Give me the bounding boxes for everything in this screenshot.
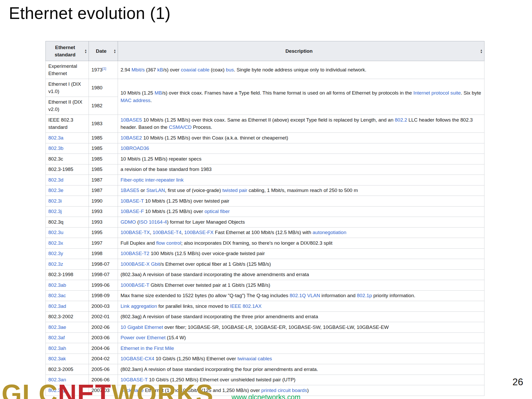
wiki-link[interactable]: 802.3a [48,135,63,141]
wiki-link[interactable]: 802.3y [48,251,63,256]
wiki-link[interactable]: 10BASE2 [121,135,142,141]
wiki-link[interactable]: Gbit [151,261,160,267]
cell-ethernet-standard: 802.3c [46,154,89,164]
wiki-link[interactable]: twinaxial cables [237,356,272,361]
footer-website-link[interactable]: www.glcnetworks.com [231,393,301,399]
wiki-link[interactable]: 802.3ac [48,293,66,298]
wiki-link[interactable]: 802.3ad [48,303,66,309]
wiki-link[interactable]: Ethernet in the First Mile [121,345,174,351]
cell-description: (802.3am) A revision of base standard in… [118,364,484,375]
wiki-link[interactable]: 100BASE-TX [121,230,150,235]
cell-ethernet-standard: 802.3-1985 [46,164,89,175]
reference-marker: [1] [102,66,106,70]
table-body: Experimental Ethernet1973[1]2.94 Mbit/s … [46,61,484,396]
wiki-link[interactable]: printed circuit boards [261,388,307,393]
wiki-link[interactable]: Link aggregation [121,303,157,309]
wiki-link[interactable]: 802.3ab [48,282,66,288]
wiki-link[interactable]: 802.3j [48,209,62,214]
cell-ethernet-standard: 802.3ak [46,354,89,364]
wiki-link[interactable]: 100BASE-T2 [121,251,149,256]
table-row: 802.3-19981998-07(802.3aa) A revision of… [46,269,484,280]
table-row: 802.3-20052005-06(802.3am) A revision of… [46,364,484,375]
wiki-link[interactable]: Power over Ethernet [121,335,165,340]
wiki-link[interactable]: 802.3b [48,145,63,151]
cell-date: 2004-06 [89,343,118,354]
cell-date: 1983 [89,115,118,133]
wiki-link[interactable]: 100BASE-T4 [153,230,182,235]
wiki-link[interactable]: 802.2 [395,117,407,123]
wiki-link[interactable]: 10BASE-T [121,198,144,204]
page-number: 26 [513,377,523,388]
cell-ethernet-standard: 802.3x [46,238,89,249]
wiki-link[interactable]: 802.3ak [48,356,66,361]
wiki-link[interactable]: StarLAN [146,188,165,193]
wiki-link[interactable]: autonegotiation [312,230,346,235]
header-row: Ethernet standard ▲▼ Date ▲▼ Description… [46,41,484,61]
wiki-link[interactable]: 1000BASE-X [121,261,150,267]
wiki-link[interactable]: 802.3x [48,240,63,246]
cell-date: 1999-06 [89,280,118,291]
wiki-link[interactable]: 10BASE-F [121,209,144,214]
cell-description: 2.94 Mbit/s (367 kB/s) over coaxial cabl… [118,61,484,79]
wiki-link[interactable]: 802.3u [48,230,63,235]
cell-description: 100BASE-TX, 100BASE-T4, 100BASE-FX Fast … [118,227,484,238]
wiki-link[interactable]: 802.3af [48,335,65,340]
wiki-link[interactable]: coaxial cable [181,67,209,72]
wiki-link[interactable]: ISO 10164-4 [139,219,167,225]
cell-description: Power over Ethernet (15.4 W) [118,332,484,343]
wiki-link[interactable]: 10 Gigabit Ethernet [121,324,163,330]
cell-ethernet-standard: 802.3-1998 [46,269,89,280]
wiki-link[interactable]: Mbit/s [131,67,145,72]
wiki-link[interactable]: 802.1Q VLAN [290,293,320,298]
header-label: Description [285,48,313,54]
cell-date: 1995 [89,227,118,238]
wiki-link[interactable]: flow control [156,240,181,246]
header-date[interactable]: Date ▲▼ [89,41,118,61]
cell-ethernet-standard: 802.3-2002 [46,311,89,322]
wiki-link[interactable]: 1000BASE-T [121,282,149,288]
cell-description: 10BASE5 10 Mbit/s (1.25 MB/s) over thick… [118,115,484,133]
cell-date: 1973[1] [89,61,118,79]
header-description[interactable]: Description ▲▼ [118,41,484,61]
cell-date: 1982 [89,97,118,115]
wiki-link[interactable]: 1BASE5 [121,188,139,193]
table-row: 802.3ah2004-06Ethernet in the First Mile [46,343,484,354]
cell-date: 1985 [89,164,118,175]
cell-ethernet-standard: IEEE 802.3 standard [46,115,89,133]
wiki-link[interactable]: 802.3e [48,188,63,193]
cell-date: 1985 [89,133,118,143]
wiki-link[interactable]: GDMO [121,219,136,225]
header-ethernet-standard[interactable]: Ethernet standard ▲▼ [46,41,89,61]
wiki-link[interactable]: 802.3i [48,198,62,204]
cell-ethernet-standard: 802.3ab [46,280,89,291]
wiki-link[interactable]: 802.3z [48,261,63,267]
table-row: 802.3ac1998-09Max frame size extended to… [46,290,484,301]
wiki-link[interactable]: kB [157,67,163,72]
logo-text: WORKS [111,379,214,399]
table-row: 802.3af2003-06Power over Ethernet (15.4 … [46,332,484,343]
cell-date: 1985 [89,143,118,154]
wiki-link[interactable]: bus [226,67,234,72]
cell-date: 2005-06 [89,364,118,375]
cell-description: 10 Mbit/s (1.25 MB/s) repeater specs [118,154,484,164]
wiki-link[interactable]: 802.3d [48,177,63,183]
wiki-link[interactable]: 802.3ah [48,345,66,351]
wiki-link[interactable]: MAC address [121,98,150,103]
cell-date: 1980 [89,79,118,97]
wiki-link[interactable]: [1] [102,66,106,70]
wiki-link[interactable]: IEEE 802.1AX [230,303,261,309]
wiki-link[interactable]: Internet protocol suite [413,90,461,96]
wiki-link[interactable]: 10GBASE-CX4 [121,356,154,361]
wiki-link[interactable]: CSMA/CD [169,124,192,130]
wiki-link[interactable]: MB [155,90,162,96]
wiki-link[interactable]: twisted pair [222,188,247,193]
wiki-link[interactable]: 802.1p [357,293,372,298]
cell-ethernet-standard: Experimental Ethernet [46,61,89,79]
cell-date: 1990 [89,196,118,207]
wiki-link[interactable]: 10BASE5 [121,117,142,123]
wiki-link[interactable]: optical fiber [204,209,230,214]
wiki-link[interactable]: 10BROAD36 [121,145,149,151]
wiki-link[interactable]: 100BASE-FX [184,230,214,235]
wiki-link[interactable]: Fiber-optic inter-repeater link [121,177,184,183]
wiki-link[interactable]: 802.3ae [48,324,66,330]
